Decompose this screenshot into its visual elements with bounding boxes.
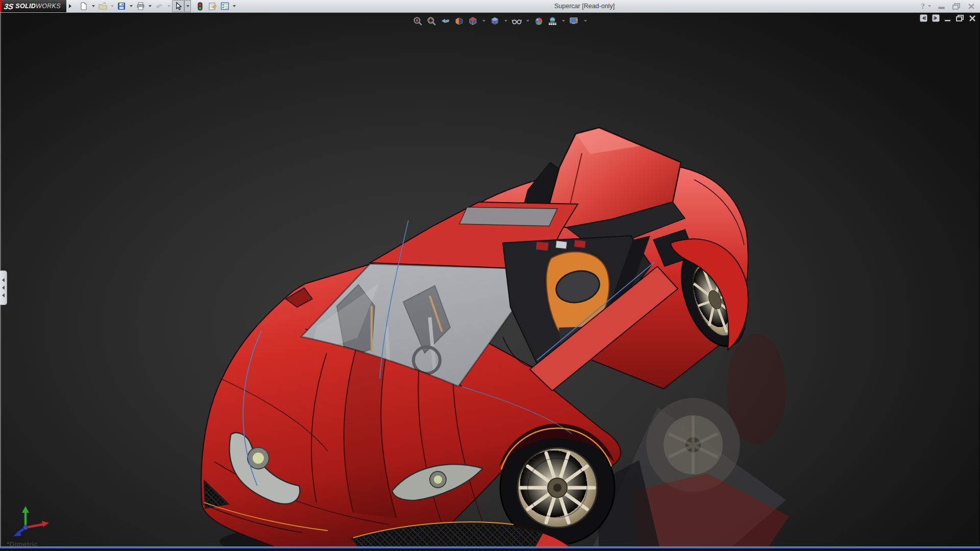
triad-x-axis: [42, 521, 49, 527]
collapse-arrow-icon: [2, 286, 5, 290]
undo-dropdown[interactable]: [165, 0, 172, 12]
save-floppy-icon: [117, 2, 126, 10]
help-button[interactable]: ?: [921, 2, 925, 11]
feature-tree-collapsed-tab[interactable]: [0, 270, 7, 305]
apply-scene-icon: [548, 16, 557, 26]
section-view-icon: [454, 16, 464, 26]
zoom-to-fit-icon: [413, 16, 423, 26]
title-bar: 3S SOLIDWORKS: [0, 0, 980, 13]
display-style-dropdown[interactable]: [502, 15, 509, 27]
zoom-to-area-button[interactable]: [425, 15, 437, 27]
edit-appearance-button[interactable]: [532, 15, 545, 27]
display-style-button[interactable]: [488, 15, 501, 27]
rebuild-button[interactable]: [194, 0, 206, 12]
heads-up-view-toolbar: [411, 14, 589, 28]
previous-view-icon: [440, 16, 450, 26]
undo-button[interactable]: [153, 0, 165, 12]
save-dropdown[interactable]: [128, 0, 134, 12]
save-button[interactable]: [115, 0, 128, 12]
close-window-button[interactable]: [968, 3, 975, 10]
file-properties-button[interactable]: [206, 0, 218, 12]
select-dropdown[interactable]: [184, 0, 191, 12]
options-dropdown[interactable]: [231, 0, 237, 12]
expand-left-pane-button[interactable]: [920, 14, 927, 22]
logo-3ds-mark: 3S: [4, 2, 14, 11]
menu-flyout-arrow-icon[interactable]: [67, 2, 74, 11]
file-properties-icon: [208, 2, 217, 10]
printer-icon: [136, 2, 145, 10]
status-bar-edge: [0, 546, 980, 551]
options-button[interactable]: [218, 0, 231, 12]
print-dropdown[interactable]: [146, 0, 153, 12]
zoom-to-fit-button[interactable]: [411, 15, 424, 27]
zoom-to-area-icon: [427, 16, 436, 26]
collapse-arrow-icon: [2, 293, 5, 297]
restore-window-button[interactable]: [952, 3, 961, 10]
open-dropdown[interactable]: [109, 0, 115, 12]
hide-show-items-button[interactable]: [510, 15, 523, 27]
select-cursor-icon: [175, 2, 182, 10]
help-dropdown-icon[interactable]: [928, 5, 931, 7]
traffic-light-icon: [197, 2, 203, 11]
triad-y-axis: [22, 506, 29, 513]
minimize-window-button[interactable]: [938, 3, 945, 9]
new-document-icon: [80, 2, 88, 10]
display-style-cube-icon: [490, 16, 500, 26]
view-orientation-button[interactable]: [467, 15, 479, 27]
collapse-arrow-icon: [2, 278, 5, 282]
minimize-document-button[interactable]: [944, 15, 951, 22]
previous-view-button[interactable]: [439, 15, 451, 27]
expand-right-pane-button[interactable]: [932, 14, 940, 22]
new-dropdown[interactable]: [90, 0, 96, 12]
open-folder-icon: [99, 2, 107, 10]
appearance-ball-icon: [534, 16, 544, 26]
options-checklist-icon: [220, 2, 229, 10]
solidworks-window: 3S SOLIDWORKS: [0, 0, 980, 551]
quick-access-toolbar: [78, 0, 237, 12]
document-title: Supercar [Read-only]: [554, 3, 615, 10]
select-tool-button[interactable]: [172, 0, 184, 12]
reference-triad: [8, 505, 57, 538]
undo-arrow-icon: [155, 2, 164, 10]
section-view-button[interactable]: [453, 15, 465, 27]
document-window-controls: [920, 14, 976, 22]
view-orientation-dropdown[interactable]: [480, 15, 487, 27]
print-button[interactable]: [134, 0, 146, 12]
eyeglasses-icon: [511, 16, 522, 26]
view-settings-button[interactable]: [568, 15, 580, 27]
hide-show-dropdown[interactable]: [524, 15, 531, 27]
restore-document-button[interactable]: [956, 15, 964, 22]
new-document-button[interactable]: [78, 0, 90, 12]
solidworks-logo[interactable]: 3S SOLIDWORKS: [0, 0, 66, 12]
model-supercar[interactable]: [0, 12, 980, 551]
window-controls: ?: [921, 0, 975, 12]
view-settings-icon: [569, 16, 579, 26]
view-orientation-cube-icon: [468, 16, 478, 26]
apply-scene-dropdown[interactable]: [560, 15, 567, 27]
close-document-button[interactable]: [969, 15, 976, 22]
apply-scene-button[interactable]: [546, 15, 558, 27]
open-document-button[interactable]: [96, 0, 109, 12]
view-settings-dropdown[interactable]: [582, 15, 589, 27]
